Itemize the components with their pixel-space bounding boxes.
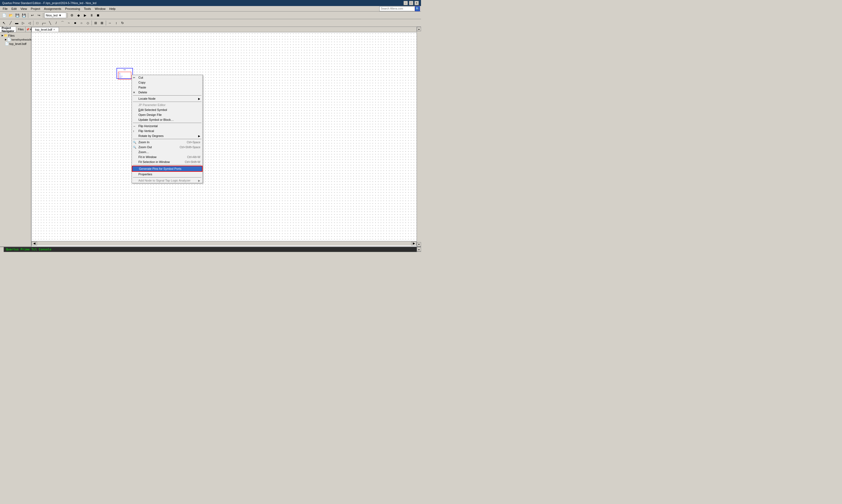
menu-processing[interactable]: Processing <box>64 6 82 11</box>
ctx-locate-node[interactable]: Locate Node ▶ <box>132 96 203 101</box>
close-button[interactable]: ✕ <box>415 1 419 5</box>
menu-window[interactable]: Window <box>93 6 107 11</box>
sep1 <box>28 13 28 18</box>
ctx-edit-symbol[interactable]: Edit Selected Symbol <box>132 107 203 112</box>
sep6 <box>106 20 106 25</box>
menu-view[interactable]: View <box>19 6 29 11</box>
menu-file[interactable]: File <box>1 6 9 11</box>
tool15[interactable]: ⊠ <box>99 20 105 26</box>
vscroll-up[interactable]: ▲ <box>417 27 421 31</box>
console-vscroll[interactable]: ▲ ▼ <box>417 247 421 252</box>
hscroll-left[interactable]: ◀ <box>32 241 37 246</box>
tb-icon2[interactable]: ◆ <box>75 12 82 18</box>
console-scroll-up[interactable]: ▲ <box>417 247 421 251</box>
hscroll-right[interactable]: ▶ <box>411 241 417 246</box>
save-button[interactable]: 💾 <box>14 12 20 18</box>
search-input[interactable] <box>379 6 415 11</box>
ctx-properties[interactable]: Properties <box>132 172 203 177</box>
ctx-zoom-out-shortcut: Ctrl+Shift+Space <box>179 146 200 149</box>
save-all-button[interactable]: 💾 <box>21 12 27 18</box>
canvas-tab-top-level[interactable]: top_level.bdf ✕ <box>32 27 59 32</box>
hscroll-track[interactable] <box>38 242 410 245</box>
mirror-v[interactable]: ↕ <box>113 20 119 26</box>
ctx-flip-h[interactable]: ↔ Flip Horizontal <box>132 124 203 128</box>
ctx-rotate[interactable]: Rotate by Degrees ▶ <box>132 133 203 138</box>
ctx-sep3 <box>133 123 201 123</box>
tool13[interactable]: ◇ <box>85 20 91 26</box>
tree-top-level-bdf[interactable]: 📄 top_level.bdf <box>1 42 30 46</box>
menu-bar: File Edit View Project Assignments Proce… <box>0 6 421 12</box>
tree-kernel-qip[interactable]: ▶ 📄 kernel/synthesis/kernel.qip <box>1 37 30 42</box>
redo-button[interactable]: ↪ <box>36 12 42 18</box>
menu-project[interactable]: Project <box>29 6 42 11</box>
tool11[interactable]: ■ <box>72 20 78 26</box>
open-button[interactable]: 📂 <box>8 12 14 18</box>
bus-tool[interactable]: ▬ <box>14 20 20 26</box>
new-button[interactable]: 📄 <box>1 12 7 18</box>
ctx-open-design[interactable]: Open Design File <box>132 112 203 117</box>
rotate[interactable]: ↻ <box>120 20 125 26</box>
ctx-delete[interactable]: ✕ Delete <box>132 90 203 95</box>
ctx-generate-pins[interactable]: Generate Pins for Symbol Ports <box>132 166 203 172</box>
ctx-fit-sel-label: Fit Selection in Window <box>138 160 170 163</box>
tree-arrow: ▶ <box>2 34 3 37</box>
tool4[interactable]: ◁ <box>26 20 32 26</box>
minimize-button[interactable]: ─ <box>403 1 408 5</box>
search-icon[interactable]: 🔍 <box>415 6 420 11</box>
tool6[interactable]: ┌─ <box>40 20 47 26</box>
sidebar-pin[interactable]: 📌 <box>26 28 29 31</box>
ctx-add-node-label: Add Node to Signal Tap Logic Analyzer <box>138 179 191 182</box>
canvas-hscroll[interactable]: ◀ ▶ <box>32 241 417 246</box>
tool10[interactable]: ~ <box>66 20 72 26</box>
tool14[interactable]: ⊞ <box>93 20 99 26</box>
ctx-zoom-in[interactable]: 🔍 Zoom In Ctrl+Space <box>132 140 203 145</box>
menu-help[interactable]: Help <box>108 6 117 11</box>
ctx-paste[interactable]: Paste <box>132 85 203 90</box>
sidebar-tab-project-navigator[interactable]: Project Navigator <box>0 27 16 32</box>
undo-button[interactable]: ↩ <box>29 12 35 18</box>
ctx-fit-shortcut: Ctrl+Alt+W <box>187 156 200 159</box>
ctx-update-symbol[interactable]: Update Symbol or Block… <box>132 117 203 122</box>
ctx-cut-label: Cut <box>138 76 143 79</box>
ctx-copy[interactable]: Copy <box>132 80 203 85</box>
tool8[interactable]: / <box>53 20 59 26</box>
maximize-button[interactable]: □ <box>409 1 413 5</box>
drawing-canvas[interactable]: bus clk out reset_n reset ✂ Cut <box>32 32 417 241</box>
ctx-zoom[interactable]: Zoom… <box>132 149 203 155</box>
ctx-fit-window[interactable]: Fit in Window Ctrl+Alt+W <box>132 155 203 159</box>
tool12[interactable]: ○ <box>78 20 84 26</box>
ctx-cut[interactable]: ✂ Cut <box>132 75 203 80</box>
tool5[interactable]: □ <box>34 20 40 26</box>
menu-assignments[interactable]: Assignments <box>42 6 63 11</box>
ctx-flip-v[interactable]: ↕ Flip Vertical <box>132 128 203 133</box>
vscroll-down[interactable]: ▼ <box>417 242 421 247</box>
canvas-vscroll[interactable]: ▲ ▼ <box>417 27 421 247</box>
schematic-symbol[interactable]: bus clk out reset_n reset <box>117 68 133 79</box>
tool9[interactable]: ⌒ <box>59 20 66 26</box>
tb-icon1[interactable]: ⚙ <box>69 12 75 18</box>
project-dropdown[interactable]: Nios_led ▼ <box>45 13 66 18</box>
sidebar-content: ▶ 📁 Files ▶ 📄 kernel/synthesis/kernel.qi… <box>0 32 31 247</box>
menu-tools[interactable]: Tools <box>82 6 93 11</box>
select-tool[interactable]: ↖ <box>1 20 7 26</box>
tb-icon3[interactable]: ▶ <box>82 12 88 18</box>
console-scroll-down[interactable]: ▼ <box>417 251 421 252</box>
tool3[interactable]: ▷ <box>20 20 26 26</box>
sep3 <box>67 13 68 18</box>
tree-files-root[interactable]: ▶ 📁 Files <box>1 33 30 37</box>
ctx-fit-selection[interactable]: Fit Selection in Window Ctrl+Shift+W <box>132 159 203 164</box>
console-header: Quartus Prime Tcl Console <box>4 247 417 252</box>
mirror-h[interactable]: ↔ <box>107 20 113 26</box>
sidebar-tab-files[interactable]: Files <box>16 27 25 32</box>
file-icon2: 📄 <box>5 42 9 46</box>
title-bar: Quartus Prime Standard Edition - F:/qrs_… <box>0 0 421 6</box>
wire-tool[interactable]: ╱ <box>7 20 14 26</box>
ctx-zoom-out[interactable]: 🔍 Zoom Out Ctrl+Shift+Space <box>132 145 203 149</box>
dropdown-arrow: ▼ <box>59 14 62 17</box>
tb-icon5[interactable]: ⏹ <box>95 12 101 18</box>
canvas-tab-close[interactable]: ✕ <box>53 28 55 31</box>
tool7[interactable]: ╲ <box>47 20 53 26</box>
menu-edit[interactable]: Edit <box>10 6 18 11</box>
tb-icon4[interactable]: ⏸ <box>89 12 94 18</box>
vscroll-track[interactable] <box>417 31 421 242</box>
